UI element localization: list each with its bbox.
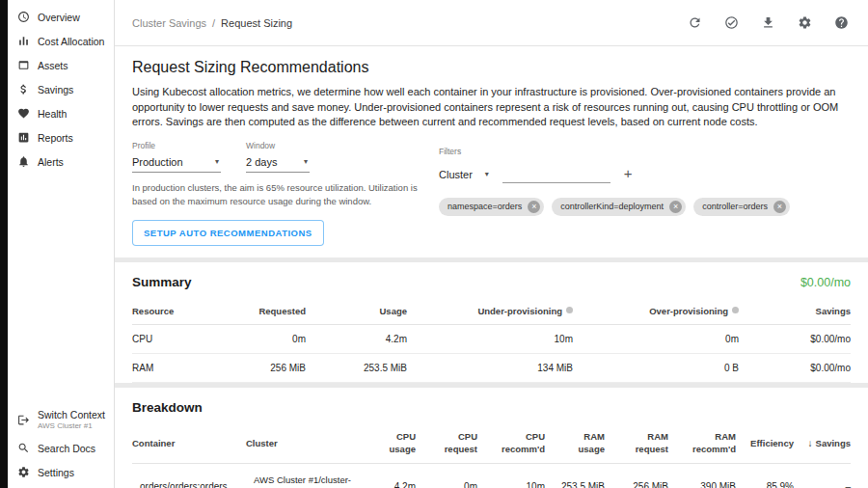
refresh-icon[interactable] (688, 15, 702, 30)
filter-chip: controllerKind=deployment × (552, 198, 686, 216)
download-icon[interactable] (761, 15, 775, 30)
sidebar-item-label: Reports (38, 132, 73, 144)
cell-efficiency: 85.9% (736, 464, 794, 488)
page-title: Request Sizing Recommendations (132, 59, 851, 76)
filters-section: Filters Cluster ▾ + namespace=orders (439, 141, 790, 247)
profile-select[interactable]: Production ▾ (132, 154, 221, 173)
overview-icon (17, 11, 30, 23)
table-row: CPU 0m 4.2m 10m 0m $0.00/mo (132, 325, 851, 354)
current-cluster-label: AWS Cluster #1 (38, 421, 105, 430)
column-header-ram-recommended[interactable]: RAMrecomm'd (668, 423, 736, 463)
summary-title: Summary (132, 275, 192, 289)
cell-savings: – (794, 464, 851, 488)
search-docs-label: Search Docs (38, 443, 95, 454)
reports-icon (17, 131, 30, 144)
sidebar-item-label: Cost Allocation (38, 36, 104, 47)
check-circle-icon[interactable] (724, 15, 739, 30)
column-header-ram-usage[interactable]: RAMusage (545, 423, 605, 463)
column-header-cpu-request[interactable]: CPUrequest (416, 423, 477, 463)
breakdown-table: Container Cluster CPUusage CPUrequest CP… (132, 423, 851, 488)
window-edge (0, 0, 8, 488)
window-value: 2 days (246, 156, 277, 168)
column-header-container[interactable]: Container (132, 423, 246, 463)
app-window: Overview Cost Allocation Assets Savings … (0, 0, 868, 488)
alerts-icon (17, 155, 30, 168)
savings-icon (17, 83, 30, 95)
cell-ram-request: 256 MiB (605, 464, 668, 488)
sidebar-item-cost-allocation[interactable]: Cost Allocation (8, 29, 114, 53)
cell-requested: 0m (209, 325, 306, 354)
cell-over: 0 B (573, 354, 739, 383)
filter-chip-label: controllerKind=deployment (560, 202, 664, 211)
cost-allocation-icon (17, 35, 30, 47)
breakdown-header-row: Container Cluster CPUusage CPUrequest CP… (132, 423, 851, 463)
sidebar-item-assets[interactable]: Assets (8, 53, 114, 77)
column-header-savings-sorted[interactable]: ↓Savings (794, 423, 851, 463)
help-icon[interactable] (834, 15, 849, 30)
sidebar-item-search-docs[interactable]: Search Docs (8, 436, 114, 460)
filter-chip-label: controller=orders (702, 202, 768, 211)
add-filter-button[interactable]: + (624, 166, 633, 183)
filter-chip: controller=orders × (693, 198, 790, 216)
switch-context-label: Switch Context (38, 409, 105, 420)
settings-icon[interactable] (798, 15, 812, 30)
breadcrumb-current: Request Sizing (221, 17, 292, 29)
health-icon (17, 107, 30, 120)
filters-label: Filters (439, 147, 461, 156)
cell-resource: CPU (132, 325, 209, 354)
sidebar-item-label: Health (38, 108, 67, 120)
sidebar-item-overview[interactable]: Overview (8, 5, 114, 29)
setup-auto-recommendations-button[interactable]: SETUP AUTO RECOMMENDATIONS (132, 220, 324, 246)
column-header-savings: Savings (739, 298, 851, 325)
breakdown-title: Breakdown (132, 400, 203, 415)
sidebar-item-health[interactable]: Health (8, 101, 114, 125)
filter-chips: namespace=orders × controllerKind=deploy… (439, 198, 790, 216)
window-label: Window (246, 141, 310, 150)
column-header-cluster[interactable]: Cluster (246, 423, 360, 463)
column-header-cpu-recommended[interactable]: CPUrecomm'd (477, 423, 545, 463)
sidebar-item-settings[interactable]: Settings (8, 460, 114, 484)
cell-savings: $0.00/mo (739, 354, 851, 383)
cell-usage: 253.5 MiB (306, 354, 407, 383)
table-row[interactable]: orders/orders:orders AWS Cluster #1/clus… (132, 464, 851, 488)
sort-descending-icon: ↓ (808, 438, 813, 448)
column-header-over-provisioning: Over-provisioning (573, 298, 739, 325)
cell-cluster: AWS Cluster #1/cluster-one (246, 464, 360, 488)
sidebar-item-savings[interactable]: Savings (8, 77, 114, 101)
info-icon[interactable] (732, 307, 739, 313)
cell-cpu-usage: 4.2m (360, 464, 416, 488)
column-header-ram-request[interactable]: RAMrequest (605, 423, 668, 463)
cell-container: orders/orders:orders (132, 464, 246, 488)
breadcrumb: Cluster Savings / Request Sizing (132, 17, 292, 29)
sidebar-item-label: Assets (38, 60, 68, 71)
info-icon[interactable] (566, 307, 573, 313)
cell-requested: 256 MiB (209, 354, 306, 383)
sidebar-item-reports[interactable]: Reports (8, 125, 114, 149)
close-icon[interactable]: × (669, 201, 682, 213)
page-description: Using Kubecost allocation metrics, we de… (132, 85, 851, 130)
topbar: Cluster Savings / Request Sizing (115, 0, 868, 46)
breadcrumb-parent[interactable]: Cluster Savings (132, 17, 206, 29)
filter-value-input[interactable] (502, 166, 610, 183)
breakdown-card: Breakdown Container Cluster CPUusage CPU… (115, 388, 868, 488)
profile-field: Profile Production ▾ (132, 141, 221, 173)
profile-helper-text: In production clusters, the aim is 65% r… (132, 181, 421, 208)
filter-chip: namespace=orders × (439, 198, 544, 216)
cell-resource: RAM (132, 354, 209, 383)
column-header-efficiency[interactable]: Efficiency (736, 423, 794, 463)
summary-card: Summary $0.00/mo Resource Requested Usag… (115, 262, 868, 383)
column-header-resource: Resource (132, 298, 209, 325)
close-icon[interactable]: × (528, 201, 540, 213)
chevron-down-icon: ▾ (304, 157, 308, 166)
filter-type-value: Cluster (439, 169, 473, 180)
window-select[interactable]: 2 days ▾ (246, 154, 310, 173)
column-header-cpu-usage[interactable]: CPUusage (360, 423, 416, 463)
sidebar-item-switch-context[interactable]: Switch Context AWS Cluster #1 (8, 403, 114, 436)
cell-cpu-request: 0m (416, 464, 477, 488)
request-sizing-card: Request Sizing Recommendations Using Kub… (115, 46, 868, 258)
sidebar-footer: Switch Context AWS Cluster #1 Search Doc… (8, 403, 114, 484)
summary-header-row: Resource Requested Usage Under-provision… (132, 298, 851, 325)
close-icon[interactable]: × (773, 201, 786, 213)
sidebar-item-alerts[interactable]: Alerts (8, 149, 114, 174)
filter-type-select[interactable]: Cluster ▾ (439, 169, 489, 183)
